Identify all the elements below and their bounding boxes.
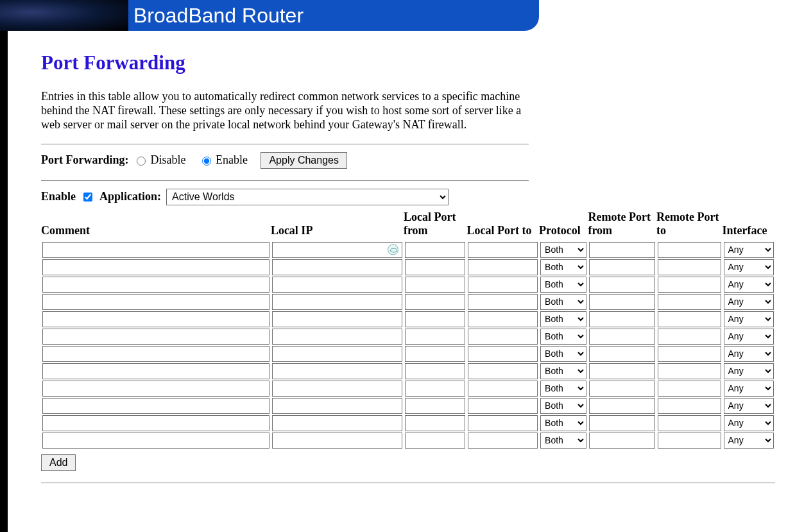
local-port-to-input[interactable] bbox=[468, 433, 538, 449]
application-select[interactable]: Active Worlds bbox=[166, 189, 449, 205]
remote-port-from-input[interactable] bbox=[589, 311, 655, 327]
remote-port-from-input[interactable] bbox=[589, 259, 655, 275]
protocol-select[interactable]: Both bbox=[540, 242, 586, 258]
local-ip-input[interactable] bbox=[272, 346, 402, 362]
disable-option[interactable]: Disable bbox=[133, 153, 185, 167]
interface-select[interactable]: Any bbox=[724, 381, 774, 397]
local-port-to-input[interactable] bbox=[468, 381, 538, 397]
remote-port-to-input[interactable] bbox=[658, 294, 721, 310]
comment-input[interactable] bbox=[42, 398, 269, 414]
protocol-select[interactable]: Both bbox=[540, 329, 586, 345]
comment-input[interactable] bbox=[42, 363, 269, 379]
local-port-from-input[interactable] bbox=[405, 329, 466, 345]
protocol-select[interactable]: Both bbox=[540, 398, 586, 414]
comment-input[interactable] bbox=[42, 311, 269, 327]
interface-select[interactable]: Any bbox=[724, 259, 774, 275]
protocol-select[interactable]: Both bbox=[540, 311, 586, 327]
remote-port-to-input[interactable] bbox=[658, 277, 721, 293]
comment-input[interactable] bbox=[42, 433, 269, 449]
local-ip-input[interactable] bbox=[272, 277, 402, 293]
local-ip-input[interactable] bbox=[272, 259, 402, 275]
remote-port-to-input[interactable] bbox=[658, 346, 721, 362]
interface-select[interactable]: Any bbox=[724, 363, 774, 379]
enable-option[interactable]: Enable bbox=[199, 153, 248, 167]
local-port-to-input[interactable] bbox=[468, 329, 538, 345]
remote-port-from-input[interactable] bbox=[589, 381, 655, 397]
comment-input[interactable] bbox=[42, 294, 269, 310]
local-port-from-input[interactable] bbox=[405, 294, 466, 310]
interface-select[interactable]: Any bbox=[724, 294, 774, 310]
protocol-select[interactable]: Both bbox=[540, 433, 586, 449]
comment-input[interactable] bbox=[42, 346, 269, 362]
local-port-from-input[interactable] bbox=[405, 363, 466, 379]
local-port-to-input[interactable] bbox=[468, 346, 538, 362]
local-ip-input[interactable] bbox=[272, 329, 402, 345]
interface-select[interactable]: Any bbox=[724, 415, 774, 431]
local-ip-input[interactable] bbox=[272, 433, 402, 449]
local-port-from-input[interactable] bbox=[405, 433, 466, 449]
comment-input[interactable] bbox=[42, 277, 269, 293]
remote-port-to-input[interactable] bbox=[658, 381, 721, 397]
local-port-from-input[interactable] bbox=[405, 311, 466, 327]
remote-port-from-input[interactable] bbox=[589, 277, 655, 293]
local-port-from-input[interactable] bbox=[405, 415, 466, 431]
protocol-select[interactable]: Both bbox=[540, 277, 586, 293]
protocol-select[interactable]: Both bbox=[540, 381, 586, 397]
interface-select[interactable]: Any bbox=[724, 277, 774, 293]
remote-port-to-input[interactable] bbox=[658, 259, 721, 275]
local-port-to-input[interactable] bbox=[468, 259, 538, 275]
remote-port-to-input[interactable] bbox=[658, 242, 721, 258]
local-port-from-input[interactable] bbox=[405, 346, 466, 362]
remote-port-from-input[interactable] bbox=[589, 346, 655, 362]
local-port-from-input[interactable] bbox=[405, 381, 466, 397]
comment-input[interactable] bbox=[42, 381, 269, 397]
interface-select[interactable]: Any bbox=[724, 433, 774, 449]
remote-port-from-input[interactable] bbox=[589, 242, 655, 258]
remote-port-from-input[interactable] bbox=[589, 363, 655, 379]
remote-port-from-input[interactable] bbox=[589, 433, 655, 449]
remote-port-to-input[interactable] bbox=[658, 433, 721, 449]
comment-input[interactable] bbox=[42, 259, 269, 275]
comment-input[interactable] bbox=[42, 242, 269, 258]
protocol-select[interactable]: Both bbox=[540, 415, 586, 431]
interface-select[interactable]: Any bbox=[724, 311, 774, 327]
remote-port-from-input[interactable] bbox=[589, 398, 655, 414]
remote-port-to-input[interactable] bbox=[658, 329, 721, 345]
interface-select[interactable]: Any bbox=[724, 398, 774, 414]
local-ip-input[interactable] bbox=[272, 415, 402, 431]
local-ip-input[interactable] bbox=[272, 311, 402, 327]
local-ip-input[interactable] bbox=[272, 398, 402, 414]
protocol-select[interactable]: Both bbox=[540, 294, 586, 310]
local-port-to-input[interactable] bbox=[468, 277, 538, 293]
enable-checkbox[interactable] bbox=[83, 193, 92, 202]
interface-select[interactable]: Any bbox=[724, 329, 774, 345]
remote-port-from-input[interactable] bbox=[589, 294, 655, 310]
remote-port-from-input[interactable] bbox=[589, 329, 655, 345]
local-port-from-input[interactable] bbox=[405, 259, 466, 275]
local-ip-input[interactable] bbox=[272, 381, 402, 397]
disable-radio[interactable] bbox=[137, 157, 146, 166]
remote-port-to-input[interactable] bbox=[658, 311, 721, 327]
local-port-from-input[interactable] bbox=[405, 398, 466, 414]
local-port-to-input[interactable] bbox=[468, 294, 538, 310]
add-button[interactable]: Add bbox=[41, 454, 76, 471]
local-port-from-input[interactable] bbox=[405, 242, 466, 258]
protocol-select[interactable]: Both bbox=[540, 346, 586, 362]
protocol-select[interactable]: Both bbox=[540, 363, 586, 379]
enable-radio[interactable] bbox=[202, 157, 211, 166]
local-port-to-input[interactable] bbox=[468, 311, 538, 327]
comment-input[interactable] bbox=[42, 329, 269, 345]
local-port-to-input[interactable] bbox=[468, 363, 538, 379]
remote-port-to-input[interactable] bbox=[658, 415, 721, 431]
local-ip-input[interactable] bbox=[272, 363, 402, 379]
local-port-to-input[interactable] bbox=[468, 398, 538, 414]
local-port-to-input[interactable] bbox=[468, 242, 538, 258]
apply-changes-button[interactable]: Apply Changes bbox=[261, 152, 347, 169]
remote-port-to-input[interactable] bbox=[658, 398, 721, 414]
local-port-to-input[interactable] bbox=[468, 415, 538, 431]
comment-input[interactable] bbox=[42, 415, 269, 431]
protocol-select[interactable]: Both bbox=[540, 259, 586, 275]
local-port-from-input[interactable] bbox=[405, 277, 466, 293]
local-ip-input[interactable] bbox=[272, 242, 402, 258]
local-ip-input[interactable] bbox=[272, 294, 402, 310]
